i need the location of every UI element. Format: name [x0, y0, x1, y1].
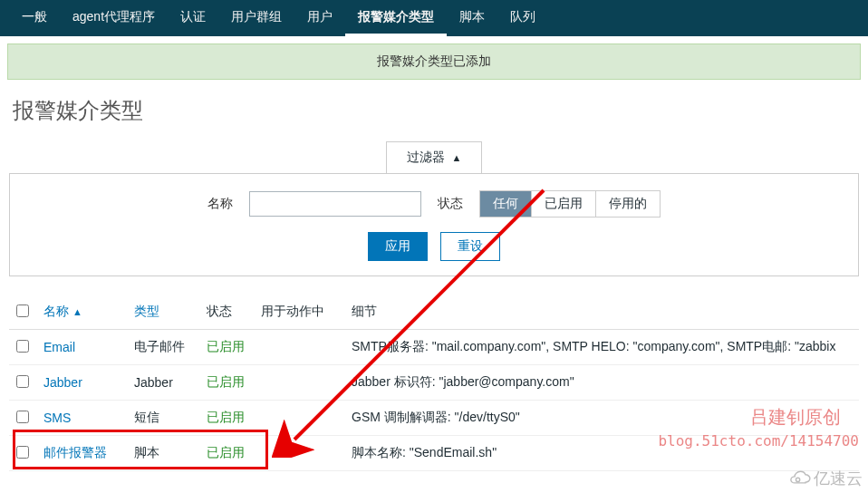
row-actions: [254, 330, 344, 365]
tab-2[interactable]: 认证: [168, 0, 218, 36]
tab-1[interactable]: agent代理程序: [60, 0, 168, 36]
row-status-link[interactable]: 已启用: [207, 374, 245, 389]
table-row: Email电子邮件已启用SMTP服务器: "mail.company.com",…: [9, 330, 859, 365]
col-header-used-in: 用于动作中: [254, 295, 344, 330]
row-type: 脚本: [127, 436, 199, 471]
row-actions: [254, 436, 344, 471]
row-status-link[interactable]: 已启用: [207, 410, 245, 424]
row-name-link[interactable]: Jabber: [36, 365, 127, 401]
filter-status-group: 任何已启用停用的: [479, 190, 661, 218]
tab-4[interactable]: 用户: [294, 0, 345, 36]
filter-name-label: 名称: [207, 196, 233, 212]
watermark-url: blog.51cto.com/14154700: [658, 432, 859, 450]
status-option-2[interactable]: 停用的: [596, 191, 660, 217]
col-header-type[interactable]: 类型: [127, 295, 199, 330]
filter-toggle-label: 过滤器: [407, 150, 445, 164]
filter-panel: 名称 状态 任何已启用停用的 应用 重设: [9, 173, 859, 276]
tab-7[interactable]: 队列: [497, 0, 548, 36]
filter-name-input[interactable]: [249, 191, 421, 217]
status-option-0[interactable]: 任何: [480, 191, 532, 217]
col-header-details: 细节: [344, 295, 859, 330]
filter-status-label: 状态: [438, 196, 463, 212]
row-type: 短信: [127, 401, 199, 436]
tab-0[interactable]: 一般: [9, 0, 60, 36]
row-checkbox[interactable]: [16, 375, 29, 388]
nav-tabs: 一般agent代理程序认证用户群组用户报警媒介类型脚本队列: [0, 0, 868, 36]
table-row: SMS短信已启用GSM 调制解调器: "/dev/ttyS0": [9, 401, 859, 436]
row-details: SMTP服务器: "mail.company.com", SMTP HELO: …: [344, 330, 859, 365]
row-checkbox[interactable]: [16, 411, 29, 423]
row-name-link[interactable]: Email: [36, 330, 127, 365]
alert-success: 报警媒介类型已添加: [7, 44, 861, 80]
tab-6[interactable]: 脚本: [447, 0, 497, 36]
row-name-link[interactable]: SMS: [36, 401, 127, 436]
sort-asc-icon: ▲: [72, 306, 82, 317]
col-header-name[interactable]: 名称 ▲: [36, 295, 127, 330]
row-status-link[interactable]: 已启用: [207, 445, 245, 459]
watermark-text: 吕建钊原创: [750, 405, 841, 430]
row-type: Jabber: [127, 365, 199, 401]
row-status-link[interactable]: 已启用: [207, 339, 245, 353]
select-all-checkbox[interactable]: [16, 304, 29, 317]
tab-5[interactable]: 报警媒介类型: [345, 0, 447, 36]
row-actions: [254, 401, 344, 436]
page-title: 报警媒介类型: [0, 87, 868, 141]
row-name-link[interactable]: 邮件报警器: [36, 436, 127, 471]
table-row: JabberJabber已启用Jabber 标识符: "jabber@compa…: [9, 365, 859, 401]
row-type: 电子邮件: [127, 330, 199, 365]
tab-3[interactable]: 用户群组: [218, 0, 294, 36]
corner-logo: 亿速云: [786, 468, 863, 489]
svg-point-1: [796, 478, 800, 481]
filter-toggle[interactable]: 过滤器 ▲: [386, 141, 483, 173]
cloud-icon: [786, 470, 812, 487]
reset-button[interactable]: 重设: [440, 232, 500, 261]
col-header-status: 状态: [199, 295, 254, 330]
triangle-up-icon: ▲: [452, 152, 462, 163]
row-checkbox[interactable]: [16, 340, 29, 353]
apply-button[interactable]: 应用: [368, 232, 428, 261]
row-actions: [254, 365, 344, 401]
row-details: Jabber 标识符: "jabber@company.com": [344, 365, 859, 401]
row-checkbox[interactable]: [16, 446, 29, 459]
status-option-1[interactable]: 已启用: [532, 191, 596, 217]
